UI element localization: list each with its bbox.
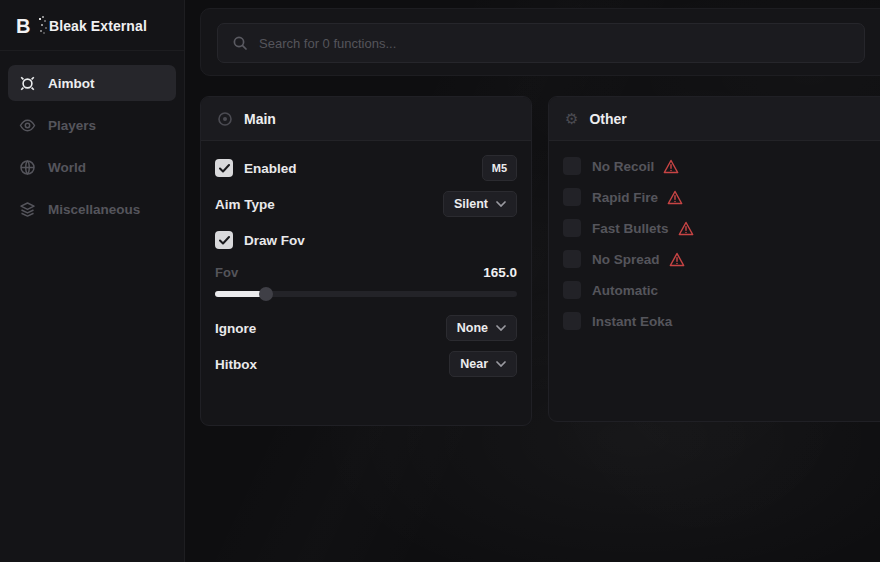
app-header: B Bleak External	[0, 0, 184, 50]
layers-icon	[19, 201, 36, 218]
other-item: Automatic	[563, 277, 880, 303]
warning-icon	[667, 190, 683, 205]
sidebar-item-players[interactable]: Players	[8, 107, 176, 143]
content-area: Main Enabled M5 Aim Type Silent	[185, 0, 880, 562]
gear-icon: ⚙	[565, 111, 578, 126]
draw-fov-checkbox[interactable]	[215, 231, 233, 249]
instant-eoka-checkbox[interactable]	[563, 312, 581, 330]
chevron-down-icon	[496, 325, 506, 331]
fov-slider[interactable]	[215, 285, 517, 303]
globe-icon	[19, 159, 36, 176]
enabled-checkbox[interactable]	[215, 159, 233, 177]
aim-type-row: Aim Type Silent	[215, 189, 517, 219]
other-item: No Recoil	[563, 153, 880, 179]
ignore-value: None	[457, 321, 488, 335]
other-item: No Spread	[563, 246, 880, 272]
search-icon	[232, 35, 248, 51]
chevron-down-icon	[496, 201, 506, 207]
other-item: Fast Bullets	[563, 215, 880, 241]
crosshair-icon	[19, 75, 36, 92]
fov-row: Fov 165.0	[215, 261, 517, 283]
enabled-label: Enabled	[244, 161, 297, 176]
other-panel-body: No Recoil Rapid Fire Fast Bullets	[549, 141, 880, 351]
automatic-checkbox[interactable]	[563, 281, 581, 299]
keybind-button[interactable]: M5	[482, 155, 517, 181]
other-item-label: Fast Bullets	[592, 221, 669, 236]
warning-icon	[663, 159, 679, 174]
search-input[interactable]	[259, 36, 850, 51]
sidebar-nav: Aimbot Players World	[0, 50, 184, 227]
app-logo-icon: B	[16, 14, 38, 38]
sidebar-item-world[interactable]: World	[8, 149, 176, 185]
other-item: Instant Eoka	[563, 308, 880, 334]
fov-value: 165.0	[483, 265, 517, 280]
main-panel-title: Main	[244, 111, 276, 127]
draw-fov-row: Draw Fov	[215, 225, 517, 255]
sidebar-item-label: Miscellaneous	[48, 202, 140, 217]
app-title: Bleak External	[49, 18, 147, 34]
other-item-label: Rapid Fire	[592, 190, 658, 205]
hitbox-value: Near	[460, 357, 488, 371]
other-item-label: Automatic	[592, 283, 658, 298]
ignore-row: Ignore None	[215, 313, 517, 343]
main-panel: Main Enabled M5 Aim Type Silent	[200, 96, 532, 426]
chevron-down-icon	[496, 361, 506, 367]
target-icon	[217, 111, 233, 127]
fov-slider-thumb[interactable]	[259, 287, 273, 301]
enabled-row: Enabled M5	[215, 153, 517, 183]
sidebar-item-miscellaneous[interactable]: Miscellaneous	[8, 191, 176, 227]
warning-icon	[678, 221, 694, 236]
other-panel: ⚙ Other No Recoil Rapid Fire Fast Bul	[548, 96, 880, 422]
main-panel-header: Main	[201, 97, 531, 141]
sidebar-item-label: Players	[48, 118, 96, 133]
other-item-label: No Recoil	[592, 159, 654, 174]
search-panel	[200, 8, 880, 76]
other-item-label: No Spread	[592, 252, 660, 267]
search-box[interactable]	[217, 23, 865, 63]
other-panel-title: Other	[589, 111, 626, 127]
hitbox-label: Hitbox	[215, 357, 257, 372]
main-panel-body: Enabled M5 Aim Type Silent Draw Fov	[201, 141, 531, 397]
eye-icon	[19, 117, 36, 134]
no-spread-checkbox[interactable]	[563, 250, 581, 268]
hitbox-row: Hitbox Near	[215, 349, 517, 379]
sidebar-item-aimbot[interactable]: Aimbot	[8, 65, 176, 101]
sidebar-item-label: World	[48, 160, 86, 175]
sidebar: B Bleak External Aimbot Players	[0, 0, 185, 562]
ignore-dropdown[interactable]: None	[446, 315, 517, 341]
draw-fov-label: Draw Fov	[244, 233, 305, 248]
fast-bullets-checkbox[interactable]	[563, 219, 581, 237]
aim-type-value: Silent	[454, 197, 488, 211]
aim-type-dropdown[interactable]: Silent	[443, 191, 517, 217]
rapid-fire-checkbox[interactable]	[563, 188, 581, 206]
other-item: Rapid Fire	[563, 184, 880, 210]
hitbox-dropdown[interactable]: Near	[449, 351, 517, 377]
other-panel-header: ⚙ Other	[549, 97, 880, 141]
warning-icon	[669, 252, 685, 267]
other-item-label: Instant Eoka	[592, 314, 672, 329]
aim-type-label: Aim Type	[215, 197, 275, 212]
no-recoil-checkbox[interactable]	[563, 157, 581, 175]
ignore-label: Ignore	[215, 321, 256, 336]
fov-label: Fov	[215, 265, 238, 280]
sidebar-item-label: Aimbot	[48, 76, 95, 91]
